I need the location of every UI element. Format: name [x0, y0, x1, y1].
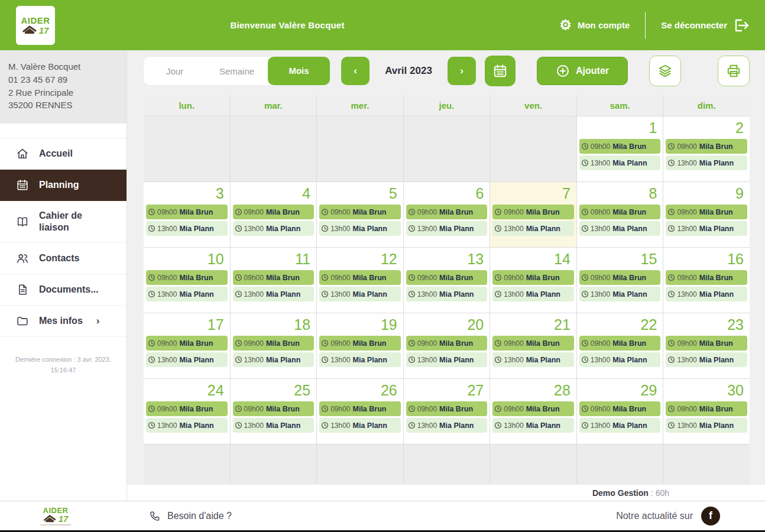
- day-cell-26[interactable]: 2609h00Mila Brun13h00Mia Plann: [317, 379, 403, 444]
- event-chip-13h00[interactable]: 13h00Mia Plann: [666, 418, 747, 433]
- day-cell-30[interactable]: 3009h00Mila Brun13h00Mia Plann: [663, 379, 750, 444]
- event-chip-13h00[interactable]: 13h00Mia Plann: [406, 418, 488, 433]
- day-cell-18[interactable]: 1809h00Mila Brun13h00Mia Plann: [231, 313, 317, 378]
- event-chip-09h00[interactable]: 09h00Mila Brun: [146, 270, 228, 285]
- event-chip-13h00[interactable]: 13h00Mia Plann: [492, 221, 574, 236]
- day-cell-24[interactable]: 2409h00Mila Brun13h00Mia Plann: [144, 379, 230, 444]
- sidebar-item-planning[interactable]: Planning: [0, 170, 127, 201]
- layers-button[interactable]: [649, 56, 681, 86]
- event-chip-13h00[interactable]: 13h00Mia Plann: [666, 287, 747, 301]
- event-chip-09h00[interactable]: 09h00Mila Brun: [492, 205, 574, 219]
- sidebar-item-contacts[interactable]: Contacts: [0, 243, 127, 274]
- event-chip-09h00[interactable]: 09h00Mila Brun: [406, 336, 488, 351]
- account-button[interactable]: ⚙ Mon compte: [559, 18, 630, 32]
- day-cell-13[interactable]: 1309h00Mila Brun13h00Mia Plann: [404, 248, 490, 313]
- day-cell-9[interactable]: 909h00Mila Brun13h00Mia Plann: [663, 182, 750, 247]
- day-cell-23[interactable]: 2309h00Mila Brun13h00Mia Plann: [663, 313, 750, 378]
- event-chip-13h00[interactable]: 13h00Mia Plann: [319, 221, 401, 236]
- event-chip-09h00[interactable]: 09h00Mila Brun: [492, 270, 574, 285]
- day-cell-29[interactable]: 2909h00Mila Brun13h00Mia Plann: [577, 379, 663, 444]
- print-button[interactable]: [718, 56, 750, 86]
- day-cell-20[interactable]: 2009h00Mila Brun13h00Mia Plann: [404, 313, 490, 378]
- event-chip-09h00[interactable]: 09h00Mila Brun: [146, 336, 228, 351]
- event-chip-13h00[interactable]: 13h00Mia Plann: [233, 418, 315, 433]
- day-cell-16[interactable]: 1609h00Mila Brun13h00Mia Plann: [663, 248, 750, 313]
- day-cell-5[interactable]: 509h00Mila Brun13h00Mia Plann: [317, 182, 403, 247]
- event-chip-13h00[interactable]: 13h00Mia Plann: [319, 352, 401, 367]
- sidebar-item-cahier-de-liaison[interactable]: Cahier de liaison: [0, 201, 127, 243]
- event-chip-09h00[interactable]: 09h00Mila Brun: [579, 139, 661, 154]
- help-link[interactable]: Besoin d'aide ?: [149, 510, 232, 522]
- event-chip-13h00[interactable]: 13h00Mia Plann: [579, 221, 661, 236]
- event-chip-13h00[interactable]: 13h00Mia Plann: [406, 287, 488, 301]
- event-chip-09h00[interactable]: 09h00Mila Brun: [233, 205, 315, 219]
- sidebar-item-documents[interactable]: Documents...: [0, 274, 127, 306]
- event-chip-09h00[interactable]: 09h00Mila Brun: [233, 401, 315, 416]
- footer-logo[interactable]: AIDER 17: [40, 507, 71, 525]
- event-chip-13h00[interactable]: 13h00Mia Plann: [406, 221, 488, 236]
- event-chip-09h00[interactable]: 09h00Mila Brun: [319, 205, 401, 219]
- add-button[interactable]: Ajouter: [537, 57, 628, 85]
- day-cell-6[interactable]: 609h00Mila Brun13h00Mia Plann: [404, 182, 490, 247]
- next-month-button[interactable]: ›: [448, 57, 476, 85]
- event-chip-13h00[interactable]: 13h00Mia Plann: [492, 352, 574, 367]
- event-chip-13h00[interactable]: 13h00Mia Plann: [579, 155, 661, 170]
- event-chip-09h00[interactable]: 09h00Mila Brun: [579, 205, 661, 219]
- event-chip-09h00[interactable]: 09h00Mila Brun: [406, 401, 488, 416]
- event-chip-09h00[interactable]: 09h00Mila Brun: [146, 401, 228, 416]
- event-chip-09h00[interactable]: 09h00Mila Brun: [319, 401, 401, 416]
- facebook-icon[interactable]: f: [701, 507, 720, 525]
- day-cell-15[interactable]: 1509h00Mila Brun13h00Mia Plann: [577, 248, 663, 313]
- date-picker-button[interactable]: [485, 56, 516, 86]
- event-chip-09h00[interactable]: 09h00Mila Brun: [233, 270, 315, 285]
- event-chip-09h00[interactable]: 09h00Mila Brun: [579, 270, 661, 285]
- app-logo[interactable]: AIDER 17: [16, 6, 55, 45]
- day-cell-1[interactable]: 109h00Mila Brun13h00Mia Plann: [577, 116, 663, 181]
- event-chip-09h00[interactable]: 09h00Mila Brun: [319, 336, 401, 351]
- event-chip-13h00[interactable]: 13h00Mia Plann: [666, 155, 747, 170]
- day-cell-19[interactable]: 1909h00Mila Brun13h00Mia Plann: [317, 313, 403, 378]
- event-chip-09h00[interactable]: 09h00Mila Brun: [233, 336, 315, 351]
- event-chip-13h00[interactable]: 13h00Mia Plann: [233, 352, 315, 367]
- event-chip-09h00[interactable]: 09h00Mila Brun: [579, 401, 661, 416]
- day-cell-11[interactable]: 1109h00Mila Brun13h00Mia Plann: [231, 248, 317, 313]
- event-chip-13h00[interactable]: 13h00Mia Plann: [319, 418, 401, 433]
- day-cell-2[interactable]: 209h00Mila Brun13h00Mia Plann: [663, 116, 750, 181]
- event-chip-09h00[interactable]: 09h00Mila Brun: [406, 205, 488, 219]
- event-chip-09h00[interactable]: 09h00Mila Brun: [666, 205, 747, 219]
- event-chip-09h00[interactable]: 09h00Mila Brun: [666, 139, 747, 154]
- day-cell-22[interactable]: 2209h00Mila Brun13h00Mia Plann: [577, 313, 663, 378]
- day-cell-3[interactable]: 309h00Mila Brun13h00Mia Plann: [144, 182, 230, 247]
- event-chip-09h00[interactable]: 09h00Mila Brun: [492, 336, 574, 351]
- event-chip-09h00[interactable]: 09h00Mila Brun: [579, 336, 661, 351]
- event-chip-13h00[interactable]: 13h00Mia Plann: [146, 221, 228, 236]
- view-day-button[interactable]: Jour: [144, 66, 206, 76]
- event-chip-13h00[interactable]: 13h00Mia Plann: [233, 221, 315, 236]
- day-cell-7[interactable]: 709h00Mila Brun13h00Mia Plann: [490, 182, 576, 247]
- event-chip-13h00[interactable]: 13h00Mia Plann: [579, 418, 661, 433]
- event-chip-13h00[interactable]: 13h00Mia Plann: [146, 352, 228, 367]
- event-chip-09h00[interactable]: 09h00Mila Brun: [666, 401, 747, 416]
- day-cell-27[interactable]: 2709h00Mila Brun13h00Mia Plann: [404, 379, 490, 444]
- event-chip-13h00[interactable]: 13h00Mia Plann: [579, 352, 661, 367]
- previous-month-button[interactable]: ‹: [341, 57, 369, 85]
- day-cell-17[interactable]: 1709h00Mila Brun13h00Mia Plann: [144, 313, 230, 378]
- event-chip-13h00[interactable]: 13h00Mia Plann: [406, 352, 488, 367]
- logout-button[interactable]: Se déconnecter: [661, 18, 750, 33]
- event-chip-09h00[interactable]: 09h00Mila Brun: [406, 270, 488, 285]
- event-chip-13h00[interactable]: 13h00Mia Plann: [492, 418, 574, 433]
- day-cell-28[interactable]: 2809h00Mila Brun13h00Mia Plann: [490, 379, 576, 444]
- day-cell-8[interactable]: 809h00Mila Brun13h00Mia Plann: [577, 182, 663, 247]
- day-cell-4[interactable]: 409h00Mila Brun13h00Mia Plann: [231, 182, 317, 247]
- view-week-button[interactable]: Semaine: [206, 66, 268, 76]
- event-chip-13h00[interactable]: 13h00Mia Plann: [319, 287, 401, 301]
- event-chip-13h00[interactable]: 13h00Mia Plann: [492, 287, 574, 301]
- day-cell-14[interactable]: 1409h00Mila Brun13h00Mia Plann: [490, 248, 576, 313]
- day-cell-10[interactable]: 1009h00Mila Brun13h00Mia Plann: [144, 248, 230, 313]
- day-cell-25[interactable]: 2509h00Mila Brun13h00Mia Plann: [231, 379, 317, 444]
- event-chip-09h00[interactable]: 09h00Mila Brun: [319, 270, 401, 285]
- day-cell-12[interactable]: 1209h00Mila Brun13h00Mia Plann: [317, 248, 403, 313]
- event-chip-09h00[interactable]: 09h00Mila Brun: [666, 336, 747, 351]
- event-chip-09h00[interactable]: 09h00Mila Brun: [666, 270, 747, 285]
- event-chip-13h00[interactable]: 13h00Mia Plann: [666, 221, 747, 236]
